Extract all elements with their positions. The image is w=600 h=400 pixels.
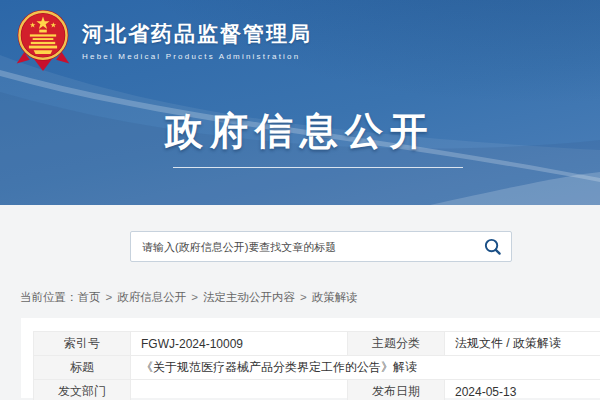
breadcrumb: 当前位置：首页>政府信息公开>法定主动公开内容>政策解读 bbox=[20, 290, 358, 305]
national-emblem-icon bbox=[14, 9, 72, 71]
breadcrumb-policy-interpretation[interactable]: 政策解读 bbox=[312, 291, 358, 303]
breadcrumb-legal-disclosure[interactable]: 法定主动公开内容 bbox=[203, 291, 295, 303]
table-row: 发文部门 发布日期 2024-05-13 bbox=[34, 380, 600, 400]
table-row: 索引号 FGWJ-2024-10009 主题分类 法规文件 / 政策解读 bbox=[34, 332, 600, 356]
publish-date-label: 发布日期 bbox=[348, 380, 445, 400]
title-value: 《关于规范医疗器械产品分类界定工作的公告》解读 bbox=[131, 356, 600, 380]
site-logo-group: 河北省药品监督管理局 Hebei Medical Products Admini… bbox=[14, 9, 312, 71]
index-number-label: 索引号 bbox=[34, 332, 131, 356]
site-title-en: Hebei Medical Products Administration bbox=[82, 52, 312, 61]
topic-category-label: 主题分类 bbox=[348, 332, 445, 356]
topic-category-value: 法规文件 / 政策解读 bbox=[445, 332, 600, 356]
search-box[interactable] bbox=[130, 231, 512, 262]
breadcrumb-separator: > bbox=[106, 291, 113, 303]
breadcrumb-home[interactable]: 首页 bbox=[78, 291, 101, 303]
search-input[interactable] bbox=[140, 240, 483, 254]
breadcrumb-separator: > bbox=[300, 291, 307, 303]
index-number-value: FGWJ-2024-10009 bbox=[131, 332, 348, 356]
issuing-department-value bbox=[131, 380, 348, 400]
page-title: 政府信息公开 bbox=[0, 106, 600, 157]
breadcrumb-gov-info[interactable]: 政府信息公开 bbox=[117, 291, 186, 303]
search-icon[interactable] bbox=[483, 237, 502, 256]
breadcrumb-separator: > bbox=[191, 291, 198, 303]
issuing-department-label: 发文部门 bbox=[34, 380, 131, 400]
publish-date-value: 2024-05-13 bbox=[445, 380, 600, 400]
table-row: 标题 《关于规范医疗器械产品分类界定工作的公告》解读 bbox=[34, 356, 600, 380]
title-label: 标题 bbox=[34, 356, 131, 380]
document-content-box: 索引号 FGWJ-2024-10009 主题分类 法规文件 / 政策解读 标题 … bbox=[21, 318, 600, 398]
site-header: 河北省药品监督管理局 Hebei Medical Products Admini… bbox=[0, 0, 600, 205]
page-title-underline bbox=[173, 167, 463, 168]
document-meta-table: 索引号 FGWJ-2024-10009 主题分类 法规文件 / 政策解读 标题 … bbox=[33, 331, 600, 400]
breadcrumb-label: 当前位置： bbox=[20, 291, 78, 303]
site-title: 河北省药品监督管理局 bbox=[82, 20, 312, 48]
